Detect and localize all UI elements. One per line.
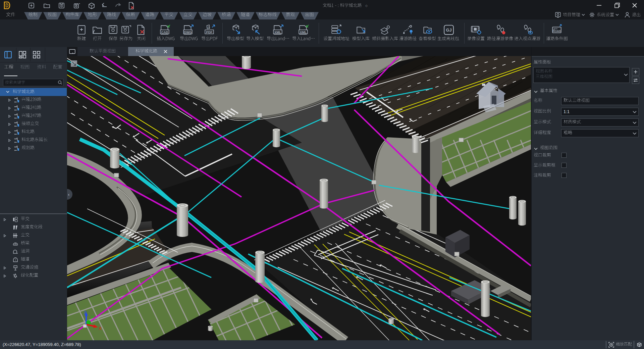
svg-text:PDF: PDF bbox=[206, 30, 212, 34]
svg-text:‹: ‹ bbox=[68, 192, 69, 197]
svg-text:A: A bbox=[208, 26, 210, 29]
svg-text:Z: Z bbox=[84, 310, 87, 315]
svg-text:DWG: DWG bbox=[184, 30, 192, 34]
svg-text:ROAD: ROAD bbox=[553, 30, 561, 33]
svg-text:XML: XML bbox=[274, 30, 281, 34]
svg-text:GJ: GJ bbox=[446, 28, 452, 33]
svg-text:X: X bbox=[99, 326, 102, 331]
svg-text:CAD: CAD bbox=[161, 30, 168, 34]
svg-text:Y: Y bbox=[91, 314, 94, 319]
svg-text:XML: XML bbox=[300, 30, 307, 34]
